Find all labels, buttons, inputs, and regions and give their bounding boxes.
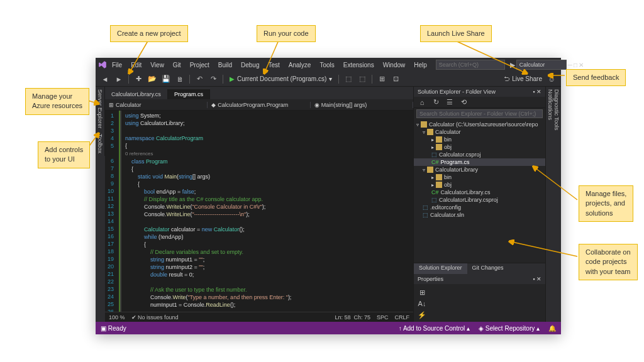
svg-line-1 xyxy=(264,39,279,74)
callout-git: Collaborate on code projects with your t… xyxy=(579,244,638,280)
svg-line-6 xyxy=(533,167,577,200)
callout-solution: Manage files, projects, and solutions xyxy=(579,185,633,222)
callout-run: Run your code xyxy=(257,25,316,42)
callout-toolbox: Add controls to your UI xyxy=(38,141,90,168)
callout-azure: Manage your Azure resources xyxy=(25,88,89,115)
callout-feedback: Send feedback xyxy=(566,69,626,86)
svg-line-2 xyxy=(452,39,527,74)
callout-new-project: Create a new project xyxy=(110,25,188,42)
callout-live-share: Launch Live Share xyxy=(420,25,492,42)
svg-line-7 xyxy=(509,241,577,256)
svg-line-0 xyxy=(129,39,149,74)
